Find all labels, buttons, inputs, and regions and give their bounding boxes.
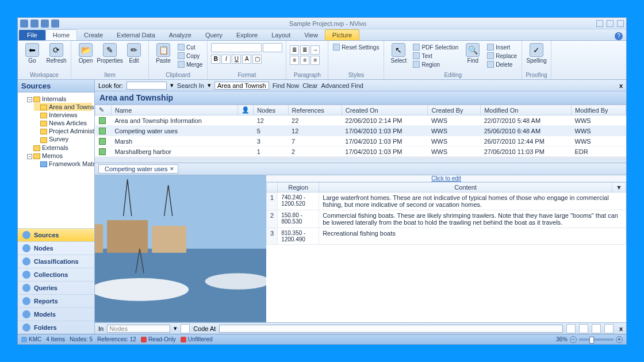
nav-item-classifications[interactable]: Classifications xyxy=(18,255,94,268)
nav-item-nodes[interactable]: Nodes xyxy=(18,241,94,255)
in-select[interactable]: Nodes xyxy=(107,325,170,333)
nav-item-folders[interactable]: Folders xyxy=(18,321,94,334)
pdf-selection-button[interactable]: PDF Selection xyxy=(412,43,459,51)
tab-picture[interactable]: Picture xyxy=(325,29,359,40)
tab-query[interactable]: Query xyxy=(198,30,229,40)
highlight-button[interactable]: ▢ xyxy=(252,55,262,64)
maximize-button[interactable] xyxy=(607,20,614,27)
picture-panel[interactable] xyxy=(95,175,266,322)
nav-item-models[interactable]: Models xyxy=(18,307,94,321)
file-tab[interactable]: File xyxy=(19,30,45,40)
tab-explore[interactable]: Explore xyxy=(229,30,264,40)
table-row[interactable]: Competing water uses51217/04/2010 1:03 P… xyxy=(95,126,626,136)
nav-item-reports[interactable]: Reports xyxy=(18,294,94,307)
detail-tab[interactable]: Competing water uses ✕ xyxy=(98,164,178,174)
fontcolor-button[interactable]: A xyxy=(242,55,251,64)
fontsize-select[interactable] xyxy=(263,43,282,52)
tab-view[interactable]: View xyxy=(297,30,325,40)
close-codebar-button[interactable]: x xyxy=(619,325,623,332)
region-row[interactable]: 2150.80 - 800.530Commercial fishing boat… xyxy=(267,210,626,228)
code-button-1[interactable] xyxy=(181,324,190,333)
refresh-button[interactable]: ⟳Refresh xyxy=(45,43,67,64)
numlist-button[interactable]: ≣ xyxy=(300,45,309,55)
text-button[interactable]: Text xyxy=(412,52,459,60)
tab-analyze[interactable]: Analyze xyxy=(162,30,198,40)
bold-button[interactable]: B xyxy=(211,55,220,64)
code-button-4[interactable] xyxy=(592,324,601,333)
list-button[interactable]: ≣ xyxy=(290,45,299,55)
copy-button[interactable]: Copy xyxy=(177,52,204,60)
zoom-in-button[interactable]: + xyxy=(616,336,623,343)
qat-icon[interactable] xyxy=(30,20,39,28)
advanced-find-button[interactable]: Advanced Find xyxy=(321,82,363,89)
sources-tree[interactable]: −InternalsArea and TownshipInterviewsNew… xyxy=(18,93,94,228)
align-left-button[interactable]: ≡ xyxy=(290,56,299,65)
tree-item[interactable]: Externals xyxy=(27,144,92,152)
click-to-edit-link[interactable]: Click to edit xyxy=(266,175,626,182)
tree-item[interactable]: −Internals xyxy=(27,95,92,103)
tree-item[interactable]: Interviews xyxy=(34,111,92,119)
qat-icon[interactable] xyxy=(41,20,49,28)
delete-button[interactable]: Delete xyxy=(486,60,518,68)
spelling-button[interactable]: ✓Spelling xyxy=(526,43,547,64)
align-right-button[interactable]: ≡ xyxy=(310,56,320,65)
close-button[interactable] xyxy=(617,20,624,27)
tree-item[interactable]: Survey xyxy=(34,135,92,143)
select-button[interactable]: ↖Select xyxy=(388,43,409,64)
table-row[interactable]: Marshallberg harbor1217/04/2010 1:03 PMW… xyxy=(95,147,626,157)
minimize-button[interactable] xyxy=(596,20,603,27)
qat-icon[interactable] xyxy=(51,20,59,28)
nav-item-collections[interactable]: Collections xyxy=(18,268,94,281)
tab-create[interactable]: Create xyxy=(77,30,110,40)
code-button-2[interactable] xyxy=(566,324,576,333)
tab-layout[interactable]: Layout xyxy=(264,30,297,40)
nav-item-queries[interactable]: Queries xyxy=(18,281,94,294)
paste-button[interactable]: 📋Paste xyxy=(152,43,174,64)
scope-display[interactable]: Area and Townsh xyxy=(214,82,269,90)
cut-button[interactable]: Cut xyxy=(177,43,204,51)
close-tab-icon[interactable]: ✕ xyxy=(170,166,174,172)
tree-item[interactable]: Framework Matrices xyxy=(34,160,92,168)
region-button[interactable]: Region xyxy=(412,60,459,68)
help-icon[interactable]: ? xyxy=(615,32,623,40)
right-panel: Look for: ▾ Search In ▾ Area and Townsh … xyxy=(95,80,626,334)
edit-button[interactable]: ✏Edit xyxy=(123,43,145,64)
close-findbar-button[interactable]: x xyxy=(619,82,623,89)
go-button[interactable]: ⬅Go xyxy=(21,43,43,64)
window-title: Sample Project.nvp - NVivo xyxy=(59,20,596,27)
table-row[interactable]: Area and Township Information122222/06/2… xyxy=(95,115,626,126)
table-row[interactable]: Marsh3717/04/2010 1:03 PMWWS26/07/2010 1… xyxy=(95,136,626,147)
tree-item[interactable]: News Articles xyxy=(34,119,92,127)
region-row[interactable]: 3810.350 - 1200.490Recreational fishing … xyxy=(267,228,626,245)
clear-button[interactable]: Clear xyxy=(302,82,317,89)
indent-button[interactable]: → xyxy=(310,45,320,55)
codeat-input[interactable] xyxy=(219,325,563,333)
open-button[interactable]: 📂Open xyxy=(75,43,97,64)
searchin-button[interactable]: Search In xyxy=(177,82,204,89)
qat-icon[interactable] xyxy=(20,20,28,28)
merge-button[interactable]: Merge xyxy=(177,60,204,68)
reset-settings-button[interactable]: Reset Settings xyxy=(332,43,380,51)
zoom-slider[interactable] xyxy=(579,338,614,341)
code-button-5[interactable] xyxy=(604,324,614,333)
code-button-3[interactable] xyxy=(579,324,588,333)
nav-item-sources[interactable]: Sources xyxy=(18,228,94,241)
findnow-button[interactable]: Find Now xyxy=(273,82,299,89)
lookfor-input[interactable] xyxy=(126,82,167,90)
replace-button[interactable]: Replace xyxy=(486,52,518,60)
properties-button[interactable]: ✎Properties xyxy=(99,43,121,64)
italic-button[interactable]: I xyxy=(221,55,231,64)
tree-item[interactable]: Area and Township xyxy=(34,103,92,111)
underline-button[interactable]: U xyxy=(232,55,241,64)
font-select[interactable] xyxy=(211,43,262,52)
tab-home[interactable]: Home xyxy=(45,29,77,40)
zoom-out-button[interactable]: − xyxy=(570,336,577,343)
find-button[interactable]: 🔍Find xyxy=(462,43,484,64)
tree-item[interactable]: Project Administration xyxy=(34,127,92,135)
align-center-button[interactable]: ≡ xyxy=(300,56,309,65)
insert-button[interactable]: Insert xyxy=(486,43,518,51)
tab-external-data[interactable]: External Data xyxy=(110,30,162,40)
tree-item[interactable]: −Memos xyxy=(27,152,92,160)
svg-rect-2 xyxy=(95,225,103,253)
region-row[interactable]: 1740.240 - 1200.520Large waterfront home… xyxy=(267,192,626,210)
